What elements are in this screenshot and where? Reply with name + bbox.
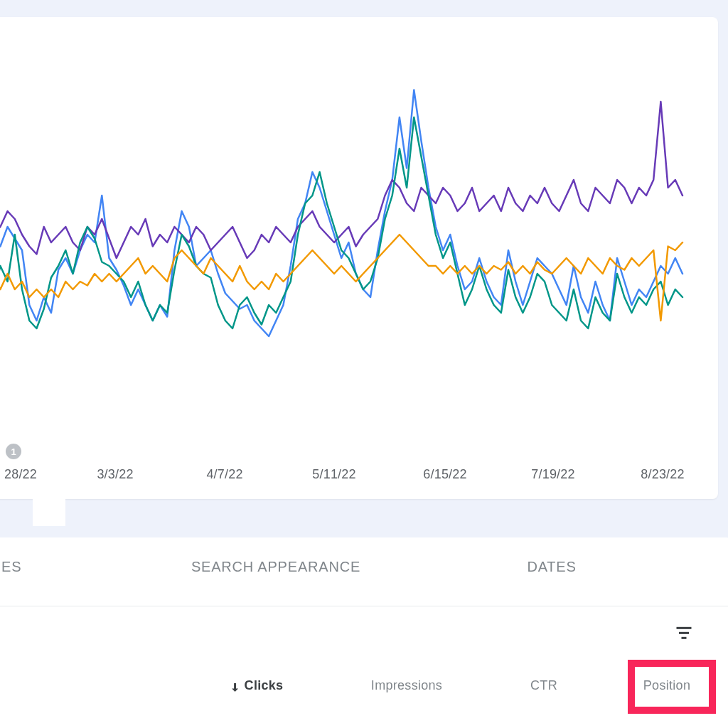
column-clicks[interactable]: Clicks xyxy=(229,678,284,693)
svg-rect-1 xyxy=(679,632,689,634)
tab-search-appearance[interactable]: SEARCH APPEARANCE xyxy=(191,559,360,575)
filter-icon[interactable] xyxy=(674,623,694,643)
column-impressions-label: Impressions xyxy=(371,678,442,693)
x-tick-label: 3/3/22 xyxy=(97,467,133,482)
column-impressions[interactable]: Impressions xyxy=(371,678,442,693)
tab-dates[interactable]: DATES xyxy=(527,559,576,575)
column-position-label: Position xyxy=(643,678,690,693)
sort-descending-icon xyxy=(229,681,239,691)
x-tick-label: 4/7/22 xyxy=(206,467,242,482)
divider xyxy=(0,606,728,606)
x-tick-label: 5/11/22 xyxy=(312,467,355,482)
performance-chart-card: 1 28/223/3/224/7/225/11/226/15/227/19/22… xyxy=(0,17,718,499)
column-headers: Clicks Impressions CTR Position xyxy=(0,678,728,702)
column-ctr-label: CTR xyxy=(530,678,557,693)
column-ctr[interactable]: CTR xyxy=(530,678,557,693)
column-clicks-label: Clicks xyxy=(245,678,284,693)
x-tick-label: 28/22 xyxy=(4,467,37,482)
svg-rect-0 xyxy=(677,627,692,629)
axis-annotation-badge: 1 xyxy=(6,444,21,459)
dimension-tabs: ES SEARCH APPEARANCE DATES xyxy=(0,559,728,583)
column-position[interactable]: Position xyxy=(643,678,690,693)
x-tick-label: 8/23/22 xyxy=(641,467,684,482)
svg-rect-2 xyxy=(682,637,687,639)
results-panel: ES SEARCH APPEARANCE DATES Clicks Impres… xyxy=(0,537,728,728)
x-tick-label: 6/15/22 xyxy=(423,467,466,482)
performance-line-chart[interactable] xyxy=(0,24,704,429)
x-axis-labels: 28/223/3/224/7/225/11/226/15/227/19/228/… xyxy=(0,467,718,488)
x-tick-label: 7/19/22 xyxy=(531,467,574,482)
card-connector-notch xyxy=(33,498,65,526)
tab-partial-left[interactable]: ES xyxy=(1,559,21,575)
